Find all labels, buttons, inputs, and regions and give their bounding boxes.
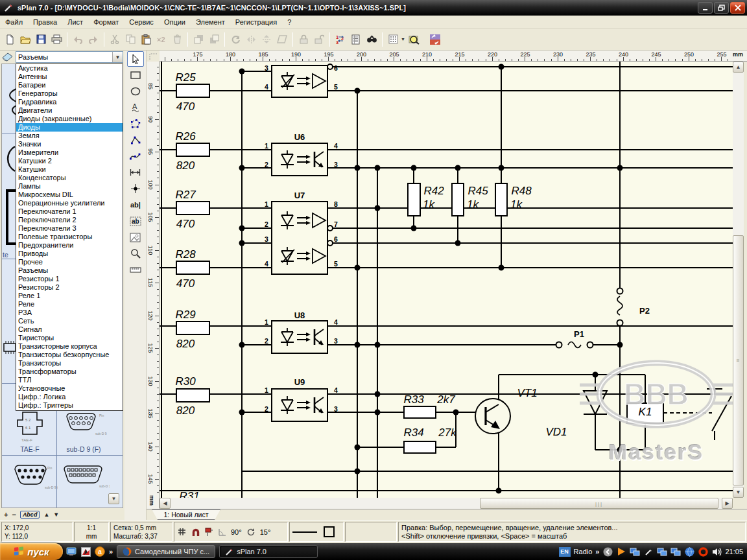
tool-text[interactable]: ab| bbox=[127, 197, 144, 213]
scroll-down-arrow[interactable]: ▼ bbox=[733, 487, 744, 498]
tool-select-pointer[interactable] bbox=[127, 51, 144, 67]
tray-opera-icon[interactable] bbox=[698, 546, 708, 557]
language-indicator[interactable]: EN bbox=[559, 547, 571, 557]
tool-draw-polygon[interactable] bbox=[127, 116, 144, 132]
library-item[interactable]: Значки bbox=[16, 140, 123, 148]
save-button[interactable] bbox=[33, 32, 49, 47]
tool-node-point[interactable] bbox=[127, 181, 144, 196]
mirror-vertical-button[interactable] bbox=[259, 32, 274, 47]
library-item[interactable]: Реле 1 bbox=[16, 292, 123, 300]
library-item[interactable]: Сеть bbox=[16, 317, 123, 325]
redo-button[interactable] bbox=[86, 32, 101, 47]
vertical-scroll-thumb[interactable]: ≡ bbox=[733, 235, 744, 485]
library-item[interactable]: Реле bbox=[16, 300, 123, 309]
library-item[interactable]: Разъемы bbox=[16, 266, 123, 275]
duplicate-x2-button[interactable]: ×2 bbox=[154, 32, 169, 47]
menu-Лист[interactable]: Лист bbox=[62, 16, 88, 29]
tray-play-icon[interactable] bbox=[616, 546, 626, 557]
menu-Опции[interactable]: Опции bbox=[159, 16, 191, 29]
preview-sub-d9[interactable]: Pinsub-D 9 (F) bbox=[62, 413, 107, 439]
pin-icon[interactable] bbox=[205, 527, 213, 537]
library-item[interactable]: Батареи bbox=[16, 81, 123, 89]
quicklaunch-desktop-icon[interactable] bbox=[65, 546, 77, 557]
scroll-right-arrow[interactable]: ▶ bbox=[722, 498, 733, 509]
unlock-button[interactable] bbox=[311, 32, 327, 47]
zoom-out-button[interactable]: − bbox=[12, 511, 16, 519]
parts-list-button[interactable] bbox=[348, 32, 364, 47]
menu-Формат[interactable]: Формат bbox=[88, 16, 124, 29]
quicklaunch-chevron[interactable]: » bbox=[109, 548, 113, 555]
tray-pencil-icon[interactable] bbox=[643, 546, 654, 557]
tray-back-icon[interactable] bbox=[602, 546, 613, 557]
grid-dropdown-arrow[interactable]: ▼ bbox=[401, 32, 407, 47]
zoom-in-button[interactable]: + bbox=[4, 511, 8, 519]
rotate-step-icon[interactable] bbox=[246, 528, 255, 536]
radio-label[interactable]: Radio bbox=[574, 548, 593, 555]
tool-draw-rectangle[interactable] bbox=[127, 67, 144, 83]
library-item[interactable]: ТТЛ bbox=[16, 376, 123, 384]
tool-measure[interactable] bbox=[127, 262, 144, 277]
copy-button[interactable] bbox=[123, 32, 138, 47]
tool-text-box[interactable]: ab bbox=[127, 213, 144, 229]
cut-button[interactable] bbox=[107, 32, 123, 47]
library-item[interactable]: Катушки 2 bbox=[16, 157, 123, 165]
library-select[interactable]: Разъемы ▼ bbox=[16, 51, 123, 63]
library-item[interactable]: Земля bbox=[16, 132, 123, 140]
library-item[interactable]: Цифр.: Логика bbox=[16, 393, 123, 401]
preview-scroll-down-button[interactable]: ▼ bbox=[108, 493, 119, 504]
quicklaunch-a-icon[interactable]: a bbox=[94, 546, 106, 557]
library-item[interactable]: Резисторы 1 bbox=[16, 275, 123, 283]
preview-sub-d9-m[interactable]: Pinsub-D 9 (M) bbox=[8, 463, 58, 495]
library-item[interactable]: Сигнал bbox=[16, 325, 123, 334]
quicklaunch-media-icon[interactable] bbox=[80, 546, 91, 557]
library-item[interactable]: Гидравлика bbox=[16, 98, 123, 106]
tray-network-icon[interactable] bbox=[630, 546, 640, 557]
library-item[interactable]: Трансформаторы bbox=[16, 368, 123, 376]
bring-to-front-button[interactable] bbox=[191, 32, 206, 47]
transform-button[interactable] bbox=[427, 32, 443, 47]
undo-button[interactable] bbox=[70, 32, 86, 47]
tray-network2-icon[interactable] bbox=[657, 546, 667, 557]
rotate-button[interactable] bbox=[228, 32, 243, 47]
library-item[interactable]: Лампы bbox=[16, 182, 123, 191]
library-item[interactable]: Прочее bbox=[16, 258, 123, 266]
vertical-scrollbar[interactable]: ▲ ≡ ▼ bbox=[733, 62, 744, 498]
grid-button[interactable] bbox=[385, 32, 401, 47]
library-item[interactable]: Цифр.: Триггеры bbox=[16, 401, 123, 410]
schematic-canvas[interactable]: R25470R26820R27470R28470R29820R30820R31U… bbox=[160, 62, 733, 498]
scroll-down-button[interactable]: ▼ bbox=[53, 511, 59, 518]
library-item[interactable]: Катушки bbox=[16, 165, 123, 174]
menu-Сервис[interactable]: Сервис bbox=[124, 16, 159, 29]
library-item[interactable]: Транзисторы bbox=[16, 359, 123, 368]
library-item[interactable]: Конденсаторы bbox=[16, 174, 123, 182]
library-item[interactable]: Полевые транзисторы bbox=[16, 233, 123, 241]
library-item[interactable]: Акустика bbox=[16, 64, 123, 73]
mirror-horizontal-button[interactable] bbox=[243, 32, 259, 47]
menu-Элемент[interactable]: Элемент bbox=[191, 16, 230, 29]
tray-chevron[interactable]: » bbox=[595, 548, 599, 555]
scroll-up-arrow[interactable]: ▲ bbox=[733, 62, 744, 73]
delete-button[interactable] bbox=[169, 32, 185, 47]
library-item[interactable]: Переключатели 1 bbox=[16, 207, 123, 216]
tool-draw-bezier[interactable] bbox=[127, 148, 144, 164]
line-style-sample[interactable] bbox=[292, 531, 317, 533]
minimize-button[interactable] bbox=[698, 2, 713, 14]
scroll-left-arrow[interactable]: ◀ bbox=[160, 498, 171, 509]
library-item[interactable]: Резисторы 2 bbox=[16, 283, 123, 292]
preview-tae-f[interactable]: 5 26 1TAE-F bbox=[14, 411, 46, 447]
menu-Регистрация[interactable]: Регистрация bbox=[230, 16, 282, 29]
library-item[interactable]: Микросхемы DIL bbox=[16, 191, 123, 199]
combo-arrow-icon[interactable]: ▼ bbox=[112, 52, 123, 62]
print-button[interactable] bbox=[49, 32, 64, 47]
menu-Правка[interactable]: Правка bbox=[28, 16, 62, 29]
close-button[interactable] bbox=[730, 2, 745, 14]
tray-volume-icon[interactable] bbox=[711, 546, 722, 557]
horizontal-scroll-thumb[interactable]: ||| bbox=[480, 498, 718, 509]
labels-toggle-button[interactable]: Abcd bbox=[20, 511, 40, 519]
library-item[interactable]: Диоды bbox=[16, 123, 123, 132]
tool-zoom[interactable] bbox=[127, 246, 144, 261]
task-button-firefox[interactable]: Самодельный ЧПУ с... bbox=[117, 545, 215, 558]
library-item[interactable]: Измерители bbox=[16, 148, 123, 157]
restore-button[interactable] bbox=[714, 2, 729, 14]
library-item[interactable]: Переключатели 2 bbox=[16, 216, 123, 224]
